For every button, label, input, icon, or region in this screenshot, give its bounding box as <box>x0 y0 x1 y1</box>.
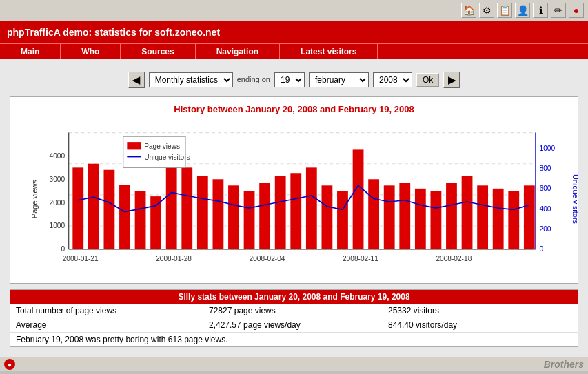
svg-rect-20 <box>88 164 99 249</box>
controls-bar: ◀ Monthly statistics Daily statistics We… <box>7 66 581 94</box>
stats-row: Total number of page views 72827 page vi… <box>10 304 578 318</box>
next-button[interactable]: ▶ <box>443 72 460 88</box>
svg-rect-42 <box>430 191 441 249</box>
svg-text:800: 800 <box>539 165 551 172</box>
svg-rect-27 <box>196 176 207 249</box>
svg-text:2000: 2000 <box>49 199 65 207</box>
status-icon: ● <box>4 359 15 370</box>
stats-col2: 2,427.57 page views/day <box>209 320 388 330</box>
main-content: ◀ Monthly statistics Daily statistics We… <box>0 59 588 357</box>
svg-rect-33 <box>290 173 301 249</box>
svg-rect-45 <box>477 185 488 249</box>
svg-rect-21 <box>103 170 114 249</box>
close-icon[interactable]: ● <box>569 3 584 18</box>
nav-navigation[interactable]: Navigation <box>196 44 280 59</box>
stats-row: Average 2,427.57 page views/day 844.40 v… <box>10 318 578 333</box>
stats-col3: 844.40 visitors/day <box>388 320 572 330</box>
page-title: phpTrafficA demo: statistics for soft.zo… <box>7 27 220 38</box>
svg-rect-47 <box>508 191 519 249</box>
svg-rect-26 <box>181 167 192 249</box>
stats-title: SIlly stats between January 20, 2008 and… <box>10 290 578 304</box>
svg-rect-31 <box>259 183 270 249</box>
svg-text:1000: 1000 <box>539 145 555 152</box>
svg-rect-46 <box>492 189 503 249</box>
svg-text:200: 200 <box>539 225 551 233</box>
svg-text:400: 400 <box>539 205 551 213</box>
svg-text:2008-01-21: 2008-01-21 <box>62 255 98 262</box>
svg-rect-22 <box>119 185 130 249</box>
svg-rect-40 <box>399 183 410 249</box>
user-icon[interactable]: 👤 <box>515 3 530 18</box>
stats-col-full: February 19, 2008 was pretty boring with… <box>16 335 572 344</box>
year-select[interactable]: 2008 200620072009 <box>373 72 412 87</box>
nav-main[interactable]: Main <box>0 44 61 59</box>
svg-text:0: 0 <box>539 245 543 253</box>
svg-rect-39 <box>383 185 394 249</box>
svg-text:2008-01-28: 2008-01-28 <box>156 255 192 262</box>
stats-col3: 25332 visitors <box>388 306 572 315</box>
svg-rect-30 <box>243 191 254 249</box>
svg-text:2008-02-18: 2008-02-18 <box>436 255 472 262</box>
svg-rect-43 <box>446 183 457 249</box>
title-bar: phpTrafficA demo: statistics for soft.zo… <box>0 21 588 43</box>
svg-text:Page views: Page views <box>144 143 180 150</box>
svg-text:1000: 1000 <box>49 222 65 229</box>
stats-col2: 72827 page views <box>209 306 388 315</box>
svg-rect-34 <box>305 167 316 249</box>
svg-rect-29 <box>228 185 239 249</box>
settings-icon[interactable]: ⚙ <box>479 3 494 18</box>
y-axis-left-label: Page views <box>30 179 39 218</box>
month-select[interactable]: february januarymarchapril mayjunejuly a… <box>309 72 369 87</box>
nav-who[interactable]: Who <box>61 44 121 59</box>
svg-text:0: 0 <box>61 245 65 253</box>
watermark: Brothers <box>544 359 584 370</box>
stats-col1: Average <box>16 320 209 330</box>
stats-col1: Total number of page views <box>16 306 209 315</box>
svg-rect-24 <box>150 196 161 249</box>
svg-rect-23 <box>134 191 145 249</box>
home-icon[interactable]: 🏠 <box>461 3 476 18</box>
svg-rect-35 <box>321 185 332 249</box>
clipboard-icon[interactable]: 📋 <box>497 3 512 18</box>
info-icon[interactable]: ℹ <box>533 3 548 18</box>
svg-rect-37 <box>352 149 363 249</box>
svg-rect-28 <box>212 179 223 249</box>
toolbar: 🏠 ⚙ 📋 👤 ℹ ✏ ● <box>0 0 588 21</box>
stats-row: February 19, 2008 was pretty boring with… <box>10 333 578 346</box>
svg-rect-19 <box>72 167 83 249</box>
svg-rect-54 <box>123 136 185 167</box>
day-select[interactable]: 19 1234 5678 9101112 13141516 17182021 2… <box>274 72 305 87</box>
edit-icon[interactable]: ✏ <box>551 3 566 18</box>
svg-rect-55 <box>127 142 141 149</box>
svg-rect-32 <box>274 176 285 249</box>
svg-rect-25 <box>165 161 176 249</box>
chart-container: History between January 20, 2008 and Feb… <box>10 96 578 284</box>
ok-button[interactable]: Ok <box>416 73 439 87</box>
chart-svg: 0 1000 2000 3000 4000 0 200 400 600 800 … <box>22 117 567 280</box>
ending-on-label: ending on <box>237 75 270 84</box>
prev-button[interactable]: ◀ <box>128 72 145 88</box>
svg-rect-36 <box>337 191 348 249</box>
svg-rect-44 <box>461 176 472 249</box>
svg-text:2008-02-04: 2008-02-04 <box>249 255 285 262</box>
bottom-bar: ● Brothers <box>0 357 588 371</box>
nav-sources[interactable]: Sources <box>121 44 195 59</box>
svg-text:2008-02-11: 2008-02-11 <box>342 255 378 262</box>
chart-title: History between January 20, 2008 and Feb… <box>13 100 575 117</box>
stats-table: SIlly stats between January 20, 2008 and… <box>10 289 578 347</box>
svg-text:4000: 4000 <box>49 152 65 160</box>
nav-bar: Main Who Sources Navigation Latest visit… <box>0 43 588 59</box>
svg-rect-38 <box>368 179 379 249</box>
svg-text:Unique visitors: Unique visitors <box>144 154 190 161</box>
svg-text:3000: 3000 <box>49 176 65 183</box>
svg-text:600: 600 <box>539 185 551 192</box>
nav-latest-visitors[interactable]: Latest visitors <box>280 44 378 59</box>
svg-rect-48 <box>523 185 534 249</box>
stat-type-select[interactable]: Monthly statistics Daily statistics Week… <box>149 72 233 87</box>
svg-rect-41 <box>414 189 425 249</box>
y-axis-right-label: Unique visitors <box>571 174 580 223</box>
